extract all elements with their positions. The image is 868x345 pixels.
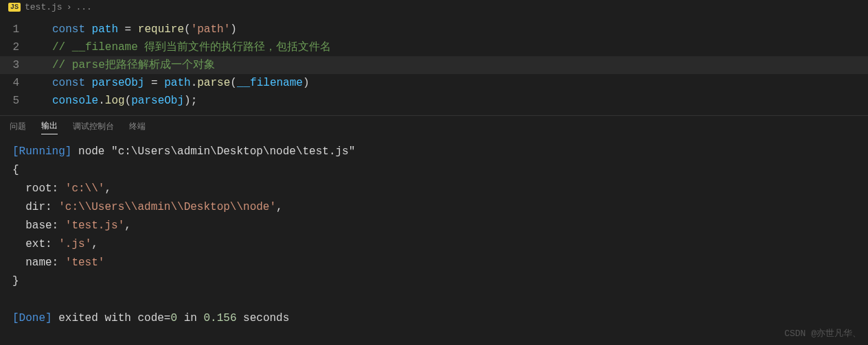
output-line: { xyxy=(12,161,856,180)
breadcrumb: JS test.js › ... xyxy=(0,0,868,15)
line-number: 1 xyxy=(0,21,34,38)
bottom-panel: 问题 输出 调试控制台 终端 [Running] node "c:\Users\… xyxy=(0,115,868,332)
code-line[interactable]: 3// parse把路径解析成一个对象 xyxy=(0,56,868,74)
code-content: console.log(parseObj); xyxy=(34,92,868,110)
code-content: const parseObj = path.parse(__filename) xyxy=(34,74,868,92)
tab-terminal[interactable]: 终端 xyxy=(129,121,146,134)
output-done-line: [Done] exited with code=0 in 0.156 secon… xyxy=(12,309,856,328)
output-line: } xyxy=(12,272,856,291)
output-line: ext: '.js', xyxy=(12,235,856,254)
output-blank xyxy=(12,291,856,309)
watermark: CSDN @亦世凡华、 xyxy=(784,327,861,340)
breadcrumb-separator: › xyxy=(67,2,72,12)
output-line: root: 'c:\\', xyxy=(12,180,856,198)
js-file-icon: JS xyxy=(8,3,21,12)
output-content[interactable]: [Running] node "c:\Users\admin\Desktop\n… xyxy=(0,139,868,332)
output-line: name: 'test' xyxy=(12,254,856,272)
code-content: // parse把路径解析成一个对象 xyxy=(34,56,868,74)
line-number: 4 xyxy=(0,74,34,92)
tab-problems[interactable]: 问题 xyxy=(10,121,26,134)
tab-debug-console[interactable]: 调试控制台 xyxy=(73,121,114,134)
code-line[interactable]: 2// __filename 得到当前文件的执行路径，包括文件名 xyxy=(0,38,868,56)
code-line[interactable]: 5console.log(parseObj); xyxy=(0,92,868,110)
line-number: 2 xyxy=(0,38,34,56)
output-running-line: [Running] node "c:\Users\admin\Desktop\n… xyxy=(12,143,856,161)
line-number: 5 xyxy=(0,92,34,110)
line-number: 3 xyxy=(0,56,34,74)
code-content: // __filename 得到当前文件的执行路径，包括文件名 xyxy=(34,38,868,56)
done-tag: [Done] xyxy=(12,312,52,324)
code-editor[interactable]: 1const path = require('path')2// __filen… xyxy=(0,15,868,115)
output-line: base: 'test.js', xyxy=(12,217,856,235)
breadcrumb-file[interactable]: test.js xyxy=(25,2,62,12)
tab-output[interactable]: 输出 xyxy=(41,120,58,134)
breadcrumb-after: ... xyxy=(76,2,91,12)
running-tag: [Running] xyxy=(12,145,71,158)
panel-tabs: 问题 输出 调试控制台 终端 xyxy=(0,116,868,139)
code-content: const path = require('path') xyxy=(34,21,868,38)
code-line[interactable]: 1const path = require('path') xyxy=(0,21,868,38)
code-line[interactable]: 4const parseObj = path.parse(__filename) xyxy=(0,74,868,92)
output-line: dir: 'c:\\Users\\admin\\Desktop\\node', xyxy=(12,198,856,217)
